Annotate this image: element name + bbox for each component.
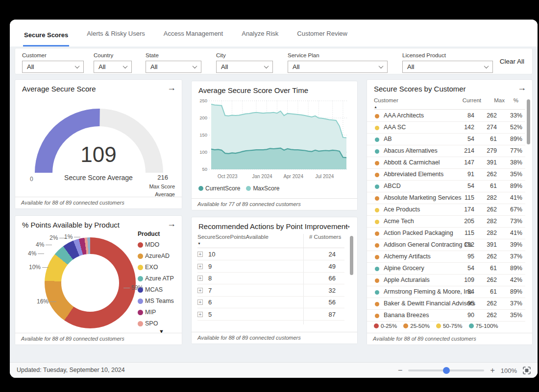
max-score: 61 [490, 288, 497, 295]
table-row[interactable]: Absolute Marketing Services11528241% [367, 192, 525, 204]
status-bar: Updated: Tuesday, September 10, 2024 − +… [10, 362, 538, 378]
max-score: 61 [490, 265, 497, 272]
filter-label: Customer [22, 52, 84, 58]
legend-item-spo[interactable]: SPO [138, 320, 177, 327]
column-header-points[interactable]: SecureScorePointsAvailable▼ [197, 234, 269, 246]
svg-text:Jul 2024: Jul 2024 [315, 174, 334, 179]
zoom-out-button[interactable]: − [398, 367, 402, 374]
filter-dropdown[interactable]: All [94, 61, 132, 73]
table-row[interactable]: +656 [197, 297, 344, 308]
pct-score: 37% [510, 300, 522, 307]
card-footer-note: Available for 88 of 89 connected custome… [367, 333, 532, 345]
table-header-row: SecureScorePointsAvailable▼ # Customers [192, 234, 357, 248]
bucket-legend-item: 75-100% [469, 323, 498, 329]
legend-item-azure-atp[interactable]: Azure ATP [138, 275, 177, 282]
table-row[interactable]: +732 [197, 285, 344, 297]
tab-analyze-risk[interactable]: Analyze Risk [241, 30, 279, 46]
column-header-customer[interactable]: Customer▲ [374, 97, 398, 109]
fit-to-screen-icon[interactable] [523, 367, 531, 374]
table-row[interactable]: AB546189% [367, 134, 525, 145]
expand-row-icon[interactable]: + [197, 264, 203, 269]
column-header-current[interactable]: Current [463, 97, 481, 103]
table-row[interactable]: Banana Breezes9026235% [367, 310, 525, 322]
donut-slice-label: 10% [29, 264, 50, 271]
table-row[interactable]: AAA SC14227452% [367, 122, 525, 134]
legend-item-ms-teams[interactable]: MS Teams [138, 298, 177, 304]
legend-item-currentscore[interactable]: CurrentScore [198, 185, 240, 192]
tab-alerts-risky-users[interactable]: Alerts & Risky Users [86, 30, 146, 46]
current-score: 95 [467, 300, 474, 307]
table-row[interactable]: Abbott & Carmichael14739138% [367, 157, 525, 169]
table-row[interactable]: Ace Products17426267% [367, 204, 525, 216]
scrollbar-thumb[interactable] [527, 99, 530, 144]
filter-dropdown[interactable]: All [216, 61, 273, 73]
table-row[interactable]: Abacus Alternatives21427977% [367, 145, 525, 157]
table-header-row: Customer▲ Current Max % [367, 97, 532, 109]
pct-bucket-dot [375, 314, 379, 318]
pct-bucket-dot [375, 126, 379, 130]
filter-service-plan: Service PlanAll [288, 52, 388, 73]
legend-item-azuread[interactable]: AzureAD [138, 253, 177, 259]
legend-item-mip[interactable]: MIP [138, 309, 177, 316]
table-row[interactable]: Apple Acturarials10926242% [367, 275, 525, 286]
filter-dropdown[interactable]: All [146, 61, 201, 73]
card-title: Secure Scores by Customer [374, 85, 466, 93]
zoom-controls: − + 100% [398, 363, 531, 378]
table-row[interactable]: +866 [197, 273, 344, 284]
table-row[interactable]: Addison General Contracting Co.15239139% [367, 239, 525, 251]
current-score: 142 [464, 124, 474, 131]
table-row[interactable]: AAA Architects8426233% [367, 110, 525, 122]
legend-item-mdo[interactable]: MDO [138, 241, 177, 248]
expand-row-icon[interactable]: + [197, 288, 203, 293]
drillthrough-arrow-icon[interactable]: → [167, 219, 176, 229]
table-row[interactable]: Alpine Grocery546189% [367, 263, 525, 275]
filter-dropdown[interactable]: All [402, 61, 493, 73]
legend-dot [403, 323, 408, 328]
column-header-pct[interactable]: % [514, 97, 518, 103]
table-row[interactable]: +587 [197, 309, 344, 321]
chevron-down-icon [379, 64, 384, 69]
expand-row-icon[interactable]: + [197, 300, 203, 305]
drillthrough-arrow-icon[interactable]: → [517, 83, 526, 93]
pct-bucket-dot [375, 161, 379, 165]
legend-item-maxscore[interactable]: MaxScore [246, 185, 279, 192]
table-row[interactable]: +1024 [197, 249, 344, 260]
filter-dropdown[interactable]: All [288, 61, 388, 73]
table-row[interactable]: Abbreviated Elements9126235% [367, 169, 525, 181]
max-score: 262 [487, 206, 497, 213]
table-row[interactable]: Baker & Dewitt Financial Advisors9526237… [367, 298, 525, 310]
drillthrough-arrow-icon[interactable]: → [167, 83, 176, 93]
zoom-in-button[interactable]: + [490, 367, 494, 374]
zoom-slider-thumb[interactable] [443, 367, 450, 374]
max-score: 262 [487, 112, 497, 119]
card-footer-note: Available for 88 of 89 connected custome… [192, 332, 357, 344]
scrollbar-thumb[interactable] [350, 236, 353, 275]
expand-row-icon[interactable]: + [197, 276, 203, 281]
clear-all-button[interactable]: Clear All [500, 58, 524, 65]
column-header-customers[interactable]: # Customers [309, 234, 341, 240]
table-row[interactable]: Acme Tech20528273% [367, 216, 525, 228]
donut-slice-label: 4% [36, 241, 53, 248]
drillthrough-arrow-icon[interactable]: → [343, 220, 351, 231]
tab-access-management[interactable]: Access Management [163, 30, 224, 46]
filter-value: All [221, 63, 228, 70]
points-available: 9 [208, 263, 212, 270]
table-row[interactable]: ABCD546189% [367, 181, 525, 192]
zoom-slider[interactable] [408, 369, 484, 371]
customer-name: Abbreviated Elements [384, 171, 443, 178]
legend-item-mcas[interactable]: MCAS [138, 286, 177, 293]
legend-item-exo[interactable]: EXO [138, 264, 177, 271]
table-row[interactable]: Armstrong Fleming & Moore, Inc.546189% [367, 286, 525, 298]
filter-value: All [150, 63, 157, 70]
filter-dropdown[interactable]: All [22, 61, 84, 73]
expand-row-icon[interactable]: + [197, 252, 203, 257]
customer-count: 87 [329, 311, 336, 318]
table-row[interactable]: +949 [197, 261, 344, 273]
expand-row-icon[interactable]: + [197, 312, 203, 317]
table-row[interactable]: Alchemy Artifacts9526237% [367, 251, 525, 263]
donut-chart[interactable] [45, 237, 136, 328]
tab-secure-scores[interactable]: Secure Scores [23, 31, 69, 46]
column-header-max[interactable]: Max [494, 97, 505, 103]
table-row[interactable]: Action Packed Packaging11528241% [367, 228, 525, 239]
tab-customer-review[interactable]: Customer Review [296, 30, 348, 46]
